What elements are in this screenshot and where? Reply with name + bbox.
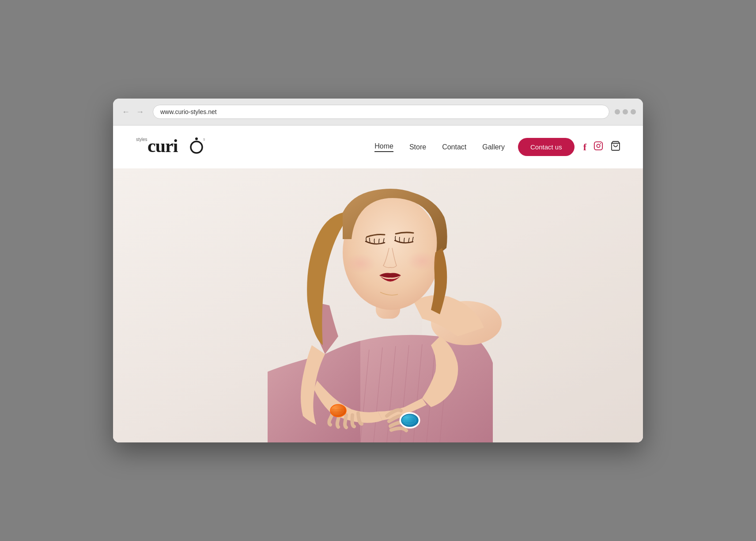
address-bar[interactable]	[153, 105, 609, 119]
nav-link-store[interactable]: Store	[409, 143, 426, 151]
svg-text:styles: styles	[203, 137, 205, 141]
cart-icon[interactable]	[610, 141, 621, 154]
logo-svg: curi styles	[147, 133, 205, 156]
svg-point-6	[600, 143, 601, 144]
nav-link-contact[interactable]: Contact	[442, 143, 466, 151]
browser-nav-buttons: ← →	[120, 107, 146, 118]
menu-dot-2	[623, 109, 628, 114]
nav-links: Home Store Contact Gallery	[374, 142, 505, 152]
svg-point-21	[407, 251, 438, 271]
svg-point-5	[597, 144, 600, 147]
browser-window: ← → styles curi	[113, 99, 643, 442]
contact-us-button[interactable]: Contact us	[518, 138, 575, 156]
svg-rect-4	[594, 142, 602, 150]
svg-point-1	[191, 141, 202, 153]
website-content: styles curi styles Home Store	[113, 126, 643, 442]
hero-image	[113, 168, 643, 442]
nav-link-home[interactable]: Home	[374, 142, 393, 152]
browser-chrome: ← →	[113, 99, 643, 126]
instagram-icon[interactable]	[593, 141, 603, 153]
social-icons: f	[583, 141, 621, 154]
nav-link-gallery[interactable]: Gallery	[482, 143, 505, 151]
logo-superscript: styles	[136, 137, 147, 142]
svg-point-20	[345, 254, 376, 273]
facebook-icon[interactable]: f	[583, 141, 586, 153]
navigation-bar: styles curi styles Home Store	[113, 126, 643, 168]
hero-section	[113, 168, 643, 442]
back-button[interactable]: ←	[120, 107, 132, 118]
svg-text:curi: curi	[147, 136, 178, 156]
logo-text: curi styles	[147, 133, 205, 160]
logo[interactable]: styles curi styles	[135, 133, 205, 160]
browser-menu-dots	[615, 109, 636, 114]
menu-dot-1	[615, 109, 620, 114]
menu-dot-3	[631, 109, 636, 114]
svg-point-2	[195, 137, 198, 140]
forward-button[interactable]: →	[134, 107, 146, 118]
